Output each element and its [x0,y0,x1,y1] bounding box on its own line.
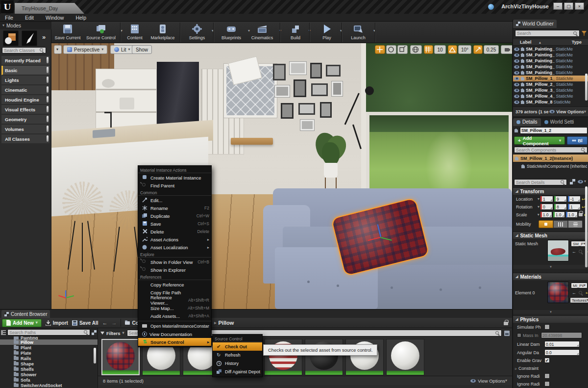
rotate-tool-button[interactable] [386,45,396,54]
menu-show-in-explorer[interactable]: Show in Explorer [138,266,211,274]
find-icon[interactable] [579,250,583,254]
folder-switcherandsocket[interactable]: SwitcherAndSocket [0,383,98,388]
collapse-sources-icon[interactable] [1,330,6,335]
menu-find-parent[interactable]: Find Parent [138,181,211,189]
menu-create-material-instance[interactable]: Create Material Instance [138,174,211,181]
save-search-icon[interactable] [504,331,510,336]
world-outliner-tab[interactable]: World Outliner [513,20,557,28]
viewport-options-button[interactable]: ▾ [54,45,62,54]
outliner-row[interactable]: SM_Painting_StaticMe [513,70,588,76]
search-components-input[interactable] [516,148,580,153]
visibility-eye-icon[interactable] [514,89,519,92]
folder-shape[interactable]: Shape [0,361,98,366]
paint-mode-button[interactable] [22,30,37,46]
cinematics-button[interactable]: Cinematics ▾ [247,23,277,40]
menu-source-control[interactable]: ⇅Source Control▸ [138,338,211,346]
transform-header[interactable]: ◢Transform [513,187,588,195]
textures-dropdown[interactable]: Textures▾ [570,297,588,303]
visibility-eye-icon[interactable] [514,71,519,75]
outliner-row[interactable]: SM_Pillow_2_StaticMe [513,81,588,87]
ignore-radial-checkbox[interactable] [544,381,550,387]
visibility-eye-icon[interactable] [514,77,519,80]
materials-header[interactable]: ◢Materials [513,273,588,280]
show-button[interactable]: Show [132,45,152,54]
save-current-button[interactable]: Save Current [53,23,82,40]
menu-audit-assets[interactable]: Audit Assets...Alt+Shift+A [138,312,211,320]
translate-tool-button[interactable] [375,45,385,54]
location-x-field[interactable]: 1 [540,196,553,202]
folder-shower[interactable]: Shower [0,372,98,377]
save-all-button[interactable]: Save All [72,320,98,326]
menu-rename[interactable]: RenameF2 [138,204,211,212]
mobility-movable-button[interactable] [568,220,583,228]
content-button[interactable]: Content [123,23,147,40]
visibility-eye-icon[interactable] [514,59,519,63]
search-components-box[interactable] [514,147,588,153]
modes-item-all-classes[interactable]: All Classes [1,134,49,144]
reset-icon[interactable]: ↩ [586,290,588,295]
static-mesh-header[interactable]: ◢Static Mesh [513,232,588,239]
menu-help[interactable]: Help [75,15,86,21]
outliner-view-options[interactable]: View Options [556,109,584,114]
rotation-snap-toggle[interactable] [448,45,457,54]
menu-view-documentation[interactable]: View Documentation [138,330,211,338]
play-button[interactable]: Play ▾ [316,23,338,40]
folders-scrollbar[interactable] [94,348,96,363]
material-select[interactable]: MI_Pill▾ [571,283,588,288]
search-paths-input[interactable] [9,330,82,335]
asset-tile[interactable] [386,339,424,375]
outliner-scrollbar[interactable] [585,74,588,101]
mobility-static-button[interactable] [539,220,553,228]
component-row[interactable]: StaticMeshComponent (Inherited) [513,163,588,170]
linear-damping-field[interactable]: 0.01 [544,341,580,347]
launch-button[interactable]: Launch ▾ [345,23,371,40]
modes-header[interactable]: ▾ Modes [0,22,51,29]
outliner-search-box[interactable] [515,30,580,37]
lock-browser-icon[interactable] [504,322,508,325]
location-z-field[interactable]: -1 [568,196,581,202]
build-button[interactable]: Build ▾ [285,23,306,40]
more-modes-chevron[interactable]: » [42,33,46,41]
menu-asset-actions[interactable]: Asset Actions▸ [138,235,211,243]
outliner-row[interactable]: SM_Painting_StaticMe [513,52,588,58]
gizmo-z-axis[interactable] [377,224,381,237]
viewport[interactable]: ▾ Perspective▾ Lit▾ Show 10 10° 0.25 4 [51,43,512,309]
gizmo-x-axis[interactable] [368,237,381,241]
visibility-eye-icon[interactable] [514,95,519,98]
submenu-history[interactable]: History [213,359,262,367]
asset-tile-selected[interactable] [101,339,140,375]
search-paths-box[interactable] [7,329,90,336]
mass-override-checkbox[interactable] [517,333,521,337]
component-row-selected[interactable]: SM_Pillow_1_2(Instance) [513,155,588,162]
modes-item-geometry[interactable]: Geometry [1,115,49,124]
perspective-button[interactable]: Perspective▾ [63,45,107,54]
world-local-toggle-button[interactable] [410,45,422,54]
details-view-options-button[interactable]: ▾ [578,180,586,183]
search-classes-box[interactable] [2,47,46,53]
menu-size-map[interactable]: Size Map...Alt+Shift+M [138,304,211,312]
menu-save[interactable]: SaveCtrl+S [138,220,211,228]
enable-gravity-checkbox[interactable]: ✔ [544,358,550,363]
add-new-button[interactable]: Add New ▾ [2,319,42,327]
details-scrollbar[interactable] [585,186,588,267]
browse-to-asset-icon[interactable]: ← [572,290,576,295]
dropdown-arrow-icon[interactable]: ▾ [121,29,122,33]
search-details-box[interactable] [514,179,567,185]
menu-reference-viewer[interactable]: Reference Viewer...Alt+Shift+R [138,296,211,304]
lit-button[interactable]: Lit▾ [110,45,134,54]
menu-show-in-folder-view[interactable]: Show in Folder ViewCtrl+B [138,258,211,266]
menu-window[interactable]: Window [46,15,64,21]
simulate-physics-checkbox[interactable] [544,324,550,330]
import-button[interactable]: Import [46,320,68,326]
menu-copy-reference[interactable]: Copy Reference [138,281,211,288]
details-tab[interactable]: Details [513,118,541,126]
blueprints-button[interactable]: Blueprints ▾ [217,23,245,40]
menu-file[interactable]: File [5,15,13,21]
scale-y-field[interactable]: 1.0 [553,211,565,218]
outliner-row[interactable]: SM_Pillow_3_StaticMe [513,87,588,93]
modes-item-recently-placed[interactable]: Recently Placed [1,56,49,65]
outliner-row[interactable]: SM_Pillow_4_StaticMe [513,93,588,99]
search-details-input[interactable] [516,180,559,185]
rotation-z-field[interactable]: 1 [568,204,581,210]
rotation-x-field[interactable]: 0 [540,204,553,210]
